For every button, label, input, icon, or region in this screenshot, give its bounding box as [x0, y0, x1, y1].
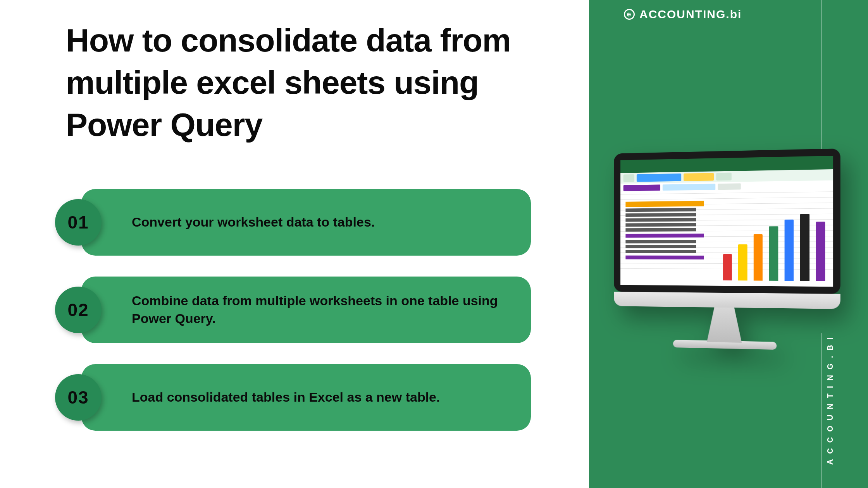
step-number-badge: 02 [55, 287, 102, 333]
excel-subbar [620, 182, 833, 191]
step-item-3: 03 Load consolidated tables in Excel as … [66, 364, 531, 431]
step-text: Convert your worksheet data to tables. [132, 213, 375, 231]
step-number: 02 [67, 299, 89, 320]
main-content: How to consolidate data from multiple ex… [0, 0, 589, 488]
monitor-screen [620, 156, 833, 287]
vertical-brand-text: ACCOUNTING.BI [826, 332, 835, 465]
brand-logo: ⊕ ACCOUNTING.bi [624, 8, 742, 21]
sidebar-panel: ⊕ ACCOUNTING.bi ACCOUNTING.BI [589, 0, 868, 488]
monitor-illustration [614, 148, 840, 351]
decorative-line-top [821, 0, 822, 155]
logo-text: ACCOUNTING.bi [639, 8, 742, 21]
step-number-badge: 03 [55, 374, 102, 421]
decorative-line-bottom [821, 333, 822, 488]
step-number: 01 [67, 212, 89, 233]
page-title: How to consolidate data from multiple ex… [66, 19, 531, 146]
step-pill: Combine data from multiple worksheets in… [81, 277, 531, 343]
monitor-bezel [614, 148, 840, 294]
excel-data-rows [625, 201, 704, 262]
step-number: 03 [67, 387, 89, 408]
step-text: Load consolidated tables in Excel as a n… [132, 388, 440, 406]
logo-icon: ⊕ [624, 9, 635, 20]
monitor-chin [614, 292, 840, 309]
step-item-2: 02 Combine data from multiple worksheets… [66, 277, 531, 343]
step-pill: Convert your worksheet data to tables. [81, 189, 531, 256]
monitor-stand [699, 307, 749, 343]
step-text: Combine data from multiple worksheets in… [132, 292, 508, 328]
excel-bar-chart-icon [723, 214, 825, 281]
excel-sheet [620, 191, 833, 287]
step-pill: Load consolidated tables in Excel as a n… [81, 364, 531, 431]
steps-list: 01 Convert your worksheet data to tables… [66, 189, 531, 431]
step-number-badge: 01 [55, 199, 102, 246]
step-item-1: 01 Convert your worksheet data to tables… [66, 189, 531, 256]
